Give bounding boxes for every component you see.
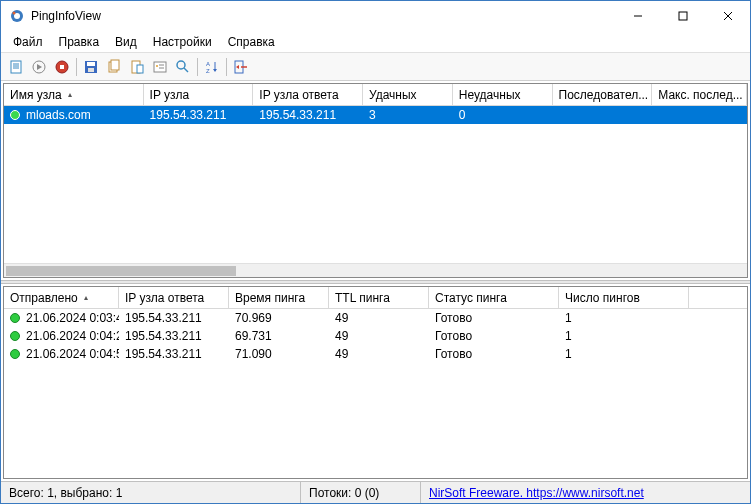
cell: Готово <box>429 329 559 343</box>
table-row[interactable]: 21.06.2024 0:03:45195.54.33.21170.96949Г… <box>4 309 747 327</box>
svg-rect-17 <box>88 68 94 72</box>
table-row[interactable]: mloads.com195.54.33.211195.54.33.21130 <box>4 106 747 124</box>
svg-rect-22 <box>154 62 166 72</box>
cell: 0 <box>453 108 553 122</box>
cell: 71.090 <box>229 347 329 361</box>
cell: Готово <box>429 311 559 325</box>
scrollbar-thumb[interactable] <box>6 266 236 276</box>
cell: 1 <box>559 329 689 343</box>
cell: 49 <box>329 347 429 361</box>
column-header[interactable]: Имя узла▴ <box>4 84 144 105</box>
exit-icon[interactable] <box>230 56 252 78</box>
column-header[interactable]: IP узла <box>144 84 254 105</box>
pings-grid-body[interactable]: 21.06.2024 0:03:45195.54.33.21170.96949Г… <box>4 309 747 478</box>
menubar: Файл Правка Вид Настройки Справка <box>1 31 750 53</box>
app-icon <box>9 8 25 24</box>
status-dot-icon <box>10 313 20 323</box>
hosts-grid-body[interactable]: mloads.com195.54.33.211195.54.33.21130 <box>4 106 747 263</box>
toolbar: AZ <box>1 53 750 81</box>
cell: 21.06.2024 0:03:45 <box>4 311 119 325</box>
column-header[interactable]: Число пингов <box>559 287 689 308</box>
column-header[interactable]: Отправлено▴ <box>4 287 119 308</box>
table-row[interactable]: 21.06.2024 0:04:51195.54.33.21171.09049Г… <box>4 345 747 363</box>
cell: 3 <box>363 108 453 122</box>
column-header[interactable]: Статус пинга <box>429 287 559 308</box>
close-button[interactable] <box>705 1 750 31</box>
menu-settings[interactable]: Настройки <box>145 33 220 51</box>
cell: 49 <box>329 311 429 325</box>
svg-rect-4 <box>679 12 687 20</box>
cell: 21.06.2024 0:04:21 <box>4 329 119 343</box>
pings-grid-header: Отправлено▴IP узла ответаВремя пингаTTL … <box>4 287 747 309</box>
status-dot-icon <box>10 349 20 359</box>
pings-grid[interactable]: Отправлено▴IP узла ответаВремя пингаTTL … <box>3 286 748 479</box>
menu-edit[interactable]: Правка <box>51 33 108 51</box>
properties-icon[interactable] <box>149 56 171 78</box>
minimize-button[interactable] <box>615 1 660 31</box>
column-header[interactable]: IP узла ответа <box>253 84 363 105</box>
column-header[interactable]: Последовател... <box>553 84 653 105</box>
cell: 1 <box>559 347 689 361</box>
table-row[interactable]: 21.06.2024 0:04:21195.54.33.21169.73149Г… <box>4 327 747 345</box>
cell: 49 <box>329 329 429 343</box>
status-dot-icon <box>10 110 20 120</box>
svg-rect-21 <box>137 65 143 73</box>
cell: 195.54.33.211 <box>253 108 363 122</box>
svg-line-27 <box>184 68 188 72</box>
status-threads: Потоки: 0 (0) <box>301 482 421 503</box>
status-dot-icon <box>10 331 20 341</box>
save-icon[interactable] <box>80 56 102 78</box>
cell: Готово <box>429 347 559 361</box>
column-header[interactable]: Удачных <box>363 84 453 105</box>
column-header[interactable]: Макс. послед... <box>652 84 747 105</box>
paste-icon[interactable] <box>126 56 148 78</box>
column-header[interactable]: Неудачных <box>453 84 553 105</box>
cell: 195.54.33.211 <box>144 108 254 122</box>
cell: 69.731 <box>229 329 329 343</box>
cell: 195.54.33.211 <box>119 311 229 325</box>
svg-rect-19 <box>111 60 119 70</box>
window-controls <box>615 1 750 31</box>
hosts-grid[interactable]: Имя узла▴IP узлаIP узла ответаУдачныхНеу… <box>3 83 748 278</box>
status-bar: Всего: 1, выбрано: 1 Потоки: 0 (0) NirSo… <box>1 481 750 503</box>
cell: 1 <box>559 311 689 325</box>
column-header[interactable]: TTL пинга <box>329 287 429 308</box>
svg-marker-31 <box>213 69 217 72</box>
svg-text:A: A <box>206 61 210 67</box>
svg-rect-16 <box>87 62 95 66</box>
cell: 195.54.33.211 <box>119 347 229 361</box>
column-header[interactable]: IP узла ответа <box>119 287 229 308</box>
window-title: PingInfoView <box>31 9 615 23</box>
cell: 70.969 <box>229 311 329 325</box>
menu-file[interactable]: Файл <box>5 33 51 51</box>
svg-point-26 <box>177 61 185 69</box>
copy-icon[interactable] <box>103 56 125 78</box>
svg-marker-34 <box>236 65 239 69</box>
svg-rect-7 <box>11 61 21 73</box>
svg-text:Z: Z <box>206 68 210 74</box>
sort-icon[interactable]: AZ <box>201 56 223 78</box>
status-link[interactable]: NirSoft Freeware. https://www.nirsoft.ne… <box>421 482 750 503</box>
column-header[interactable]: Время пинга <box>229 287 329 308</box>
menu-view[interactable]: Вид <box>107 33 145 51</box>
svg-rect-14 <box>60 65 64 69</box>
play-icon[interactable] <box>28 56 50 78</box>
new-file-icon[interactable] <box>5 56 27 78</box>
splitter[interactable] <box>1 280 750 284</box>
maximize-button[interactable] <box>660 1 705 31</box>
status-selection: Всего: 1, выбрано: 1 <box>1 482 301 503</box>
menu-help[interactable]: Справка <box>220 33 283 51</box>
svg-marker-12 <box>37 64 42 70</box>
hosts-grid-header: Имя узла▴IP узлаIP узла ответаУдачныхНеу… <box>4 84 747 106</box>
cell: 195.54.33.211 <box>119 329 229 343</box>
titlebar: PingInfoView <box>1 1 750 31</box>
svg-point-23 <box>156 65 158 67</box>
horizontal-scrollbar[interactable] <box>4 263 747 277</box>
cell: mloads.com <box>4 108 144 122</box>
find-icon[interactable] <box>172 56 194 78</box>
svg-point-2 <box>13 12 16 15</box>
stop-icon[interactable] <box>51 56 73 78</box>
cell: 21.06.2024 0:04:51 <box>4 347 119 361</box>
